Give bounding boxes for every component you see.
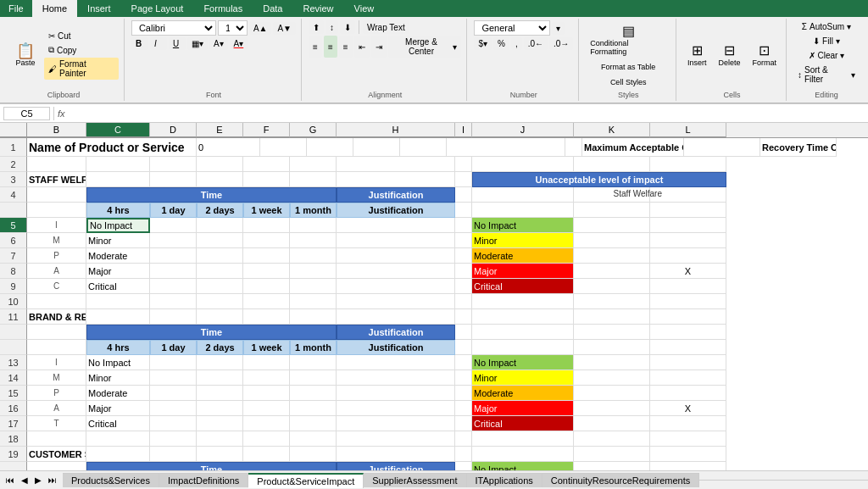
insert-tab[interactable]: Insert: [77, 0, 121, 17]
cell-G3[interactable]: [290, 172, 337, 187]
cell-L7[interactable]: [650, 248, 726, 264]
insert-button[interactable]: ⊞ Insert: [683, 40, 711, 69]
cell-L6[interactable]: [650, 233, 726, 248]
cell-G7[interactable]: [290, 248, 337, 264]
cell-J14[interactable]: Minor: [472, 370, 574, 386]
cell-K4[interactable]: [574, 187, 650, 203]
cell-I9[interactable]: [455, 279, 472, 294]
home-tab[interactable]: Home: [32, 0, 77, 17]
cell-F5[interactable]: [243, 218, 290, 233]
cell-H3[interactable]: [337, 172, 455, 187]
cell-H14[interactable]: [337, 370, 455, 386]
cell-E14[interactable]: [197, 370, 243, 386]
cell-E5[interactable]: [197, 218, 243, 233]
cell-E15[interactable]: [197, 386, 243, 401]
cell-F3[interactable]: [243, 172, 290, 187]
decrease-indent-button[interactable]: ⇤: [354, 36, 370, 58]
font-color-button[interactable]: A▾: [230, 37, 248, 50]
cell-J9[interactable]: Critical: [472, 279, 574, 294]
fill-color-button[interactable]: A▾: [209, 37, 228, 50]
align-bottom-button[interactable]: ⬇: [340, 20, 355, 34]
cell-C13[interactable]: No Impact: [86, 355, 150, 370]
sheet-first-btn[interactable]: ⏮: [3, 475, 17, 485]
row-num-9[interactable]: 9: [0, 279, 27, 294]
cell-J6[interactable]: Minor: [472, 233, 574, 248]
cell-H10[interactable]: [337, 294, 455, 309]
row-num-4[interactable]: 4: [0, 187, 27, 203]
cell-I8[interactable]: [455, 264, 472, 279]
cell-I12b[interactable]: [455, 340, 472, 355]
cell-B6[interactable]: M: [27, 233, 86, 248]
cell-D8[interactable]: [150, 264, 197, 279]
formulas-tab[interactable]: Formulas: [193, 0, 253, 17]
font-name-select[interactable]: Calibri: [131, 20, 216, 36]
cell-G6[interactable]: [290, 233, 337, 248]
cell-K6[interactable]: [574, 233, 650, 248]
cell-D16[interactable]: [150, 401, 197, 416]
autosum-button[interactable]: Σ AutoSum▾: [798, 20, 855, 33]
cell-L10[interactable]: [650, 294, 726, 309]
paste-button[interactable]: 📋 Paste: [8, 41, 42, 69]
cell-D14[interactable]: [150, 370, 197, 386]
cell-C17[interactable]: Critical: [86, 416, 150, 431]
cell-I18[interactable]: [455, 431, 472, 447]
formula-input[interactable]: [69, 108, 865, 119]
row-num-15[interactable]: 15: [0, 386, 27, 401]
cell-H12b[interactable]: Justification: [337, 340, 455, 355]
cell-G9[interactable]: [290, 279, 337, 294]
col-header-G[interactable]: G: [290, 123, 337, 137]
cell-C12b[interactable]: 4 hrs: [86, 340, 150, 355]
cell-E6[interactable]: [197, 233, 243, 248]
sort-filter-button[interactable]: ↕ Sort & Filter▾: [793, 64, 860, 86]
cell-C1[interactable]: 0: [197, 138, 260, 157]
cell-K2[interactable]: [574, 157, 650, 172]
decrease-font-button[interactable]: A▼: [273, 22, 296, 35]
cell-B4b[interactable]: [27, 203, 86, 218]
cell-J7[interactable]: Moderate: [472, 248, 574, 264]
cell-I6[interactable]: [455, 233, 472, 248]
cell-F7[interactable]: [243, 248, 290, 264]
cell-L11[interactable]: [650, 309, 726, 325]
cell-D9[interactable]: [150, 279, 197, 294]
row-num-10[interactable]: 10: [0, 294, 27, 309]
cell-K7[interactable]: [574, 248, 650, 264]
cell-G16[interactable]: [290, 401, 337, 416]
cell-C7[interactable]: Moderate: [86, 248, 150, 264]
underline-button[interactable]: U: [169, 37, 186, 50]
cell-B4[interactable]: [27, 187, 86, 203]
page-layout-tab[interactable]: Page Layout: [121, 0, 194, 17]
cell-L18[interactable]: [650, 431, 726, 447]
italic-button[interactable]: I: [150, 37, 167, 50]
cell-C2[interactable]: [86, 157, 150, 172]
cell-L13[interactable]: [650, 355, 726, 370]
cell-L12b[interactable]: [650, 340, 726, 355]
cell-L5[interactable]: [650, 218, 726, 233]
cell-I5[interactable]: [455, 218, 472, 233]
cell-E7[interactable]: [197, 248, 243, 264]
sheet-tab-it[interactable]: ITApplications: [467, 473, 542, 487]
col-header-B[interactable]: B: [27, 123, 86, 137]
cell-K11[interactable]: [574, 309, 650, 325]
conditional-formatting-button[interactable]: ▤ Conditional Formatting: [586, 20, 670, 58]
cell-B7[interactable]: P: [27, 248, 86, 264]
cell-J4[interactable]: [472, 187, 574, 203]
cell-H1[interactable]: [447, 138, 565, 157]
col-header-I[interactable]: I: [455, 123, 472, 137]
cell-D18[interactable]: [150, 431, 197, 447]
row-num-11[interactable]: 11: [0, 309, 27, 325]
percent-button[interactable]: %: [493, 37, 509, 50]
cell-L19[interactable]: [650, 447, 726, 462]
cell-D3[interactable]: [150, 172, 197, 187]
cell-H13[interactable]: [337, 355, 455, 370]
cell-L16[interactable]: X: [650, 401, 726, 416]
view-tab[interactable]: View: [344, 0, 385, 17]
cell-styles-button[interactable]: Cell Styles: [606, 75, 651, 89]
cell-I11[interactable]: [455, 309, 472, 325]
col-header-J[interactable]: J: [472, 123, 574, 137]
cell-B11[interactable]: BRAND & REPUTATION: [27, 309, 86, 325]
cell-F11[interactable]: [243, 309, 290, 325]
row-num-2[interactable]: 2: [0, 157, 27, 172]
col-header-D[interactable]: D: [150, 123, 197, 137]
sheet-prev-btn[interactable]: ◀: [19, 475, 31, 485]
cell-L1[interactable]: Recovery Time Objective: [760, 138, 837, 157]
